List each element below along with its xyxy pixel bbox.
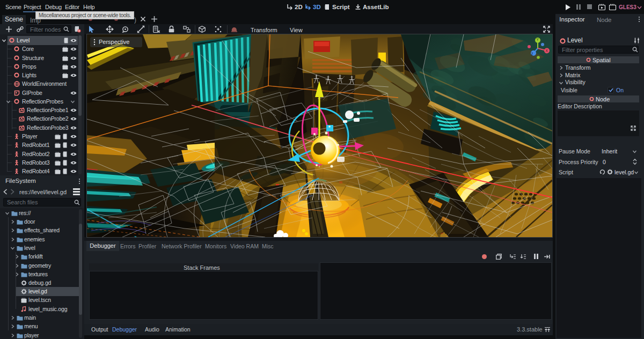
svg-text:X: X	[546, 49, 548, 53]
svg-text:Y: Y	[537, 38, 539, 41]
svg-text:Z: Z	[531, 52, 533, 56]
svg-text:Perspective: Perspective	[99, 39, 129, 45]
